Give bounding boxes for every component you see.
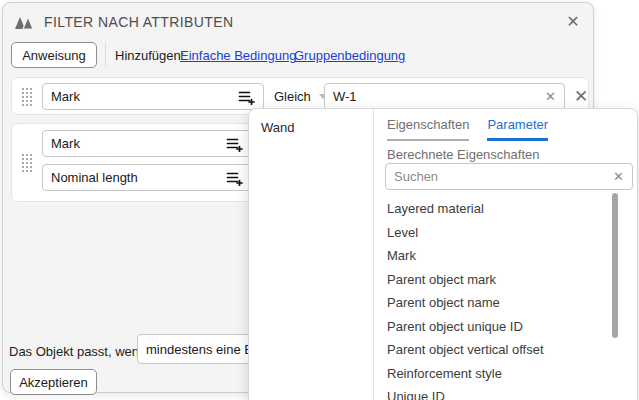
app-logo-icon (15, 14, 37, 32)
category-panel: Wand (249, 109, 374, 400)
attribute-combo[interactable]: Mark (42, 83, 264, 110)
category-item-wand[interactable]: Wand (249, 109, 373, 146)
list-item[interactable]: Parent object vertical offset (375, 338, 619, 362)
scrollbar-thumb[interactable] (612, 193, 618, 338)
add-simple-condition-link[interactable]: Einfache Bedingung (180, 48, 296, 63)
group-drag-handle-icon[interactable] (22, 154, 32, 172)
value-input[interactable]: W-1 ✕ (324, 83, 565, 110)
anweisung-button[interactable]: Anweisung (11, 42, 97, 68)
hinzufuegen-label: Hinzufügen: (115, 48, 184, 63)
attribute-panel: Eigenschaften Parameter Berechnete Eigen… (375, 109, 638, 400)
operator-select[interactable]: Gleich (274, 83, 327, 110)
list-item[interactable]: Layered material (375, 197, 619, 221)
value-input-text: W-1 (333, 89, 545, 104)
list-item[interactable]: Parent object name (375, 291, 619, 315)
group-attribute-1-value: Mark (51, 136, 226, 151)
tab-row: Eigenschaften Parameter (387, 117, 548, 141)
attribute-picker-icon[interactable] (226, 136, 243, 152)
accept-button[interactable]: Akzeptieren (10, 369, 97, 395)
attribute-picker-icon[interactable] (238, 89, 255, 105)
operator-value: Gleich (274, 89, 311, 104)
window-title: FILTER NACH ATTRIBUTEN (44, 14, 234, 30)
list-item[interactable]: Unique ID (375, 385, 619, 400)
match-mode-label: Das Objekt passt, wenn (9, 344, 146, 359)
attribute-list: Layered material Level Mark Parent objec… (375, 197, 619, 400)
attribute-picker-icon[interactable] (226, 170, 243, 186)
search-clear-icon[interactable]: ✕ (613, 169, 624, 184)
group-attribute-2-value: Nominal length (51, 170, 226, 185)
group-attribute-combo-2[interactable]: Nominal length (42, 164, 252, 191)
tab-eigenschaften[interactable]: Eigenschaften (387, 117, 469, 141)
list-item[interactable]: Mark (375, 244, 619, 268)
group-attribute-combo-1[interactable]: Mark (42, 130, 252, 157)
toolbar-divider (105, 43, 106, 67)
list-item[interactable]: Parent object mark (375, 268, 619, 292)
delete-condition-button[interactable]: ✕ (568, 83, 594, 110)
list-item[interactable]: Level (375, 221, 619, 245)
close-icon[interactable]: ✕ (560, 9, 586, 35)
drag-handle-icon[interactable] (22, 88, 32, 106)
tab-row-2: Berechnete Eigenschaften (387, 145, 540, 163)
list-item[interactable]: Reinforcement style (375, 362, 619, 386)
add-group-condition-link[interactable]: Gruppenbedingung (294, 48, 405, 63)
clear-value-icon[interactable]: ✕ (545, 89, 556, 104)
search-placeholder: Suchen (394, 169, 613, 184)
tab-parameter[interactable]: Parameter (487, 117, 548, 141)
attribute-combo-value: Mark (51, 89, 238, 104)
list-item[interactable]: Parent object unique ID (375, 315, 619, 339)
attribute-picker-popup: Wand Eigenschaften Parameter Berechnete … (248, 108, 638, 400)
search-input[interactable]: Suchen ✕ (385, 163, 633, 190)
